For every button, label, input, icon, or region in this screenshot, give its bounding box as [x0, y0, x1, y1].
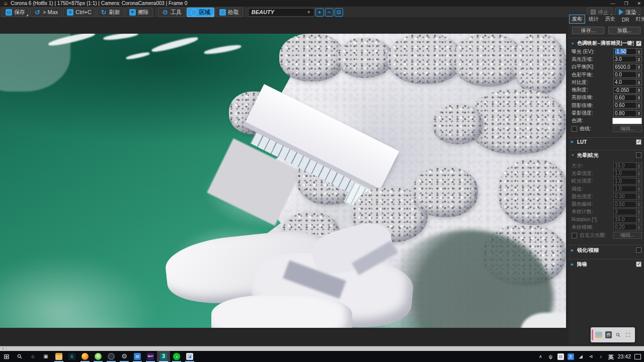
region-button[interactable]: 区域 [187, 8, 214, 17]
lut-checkbox[interactable] [636, 139, 641, 145]
param-value-field[interactable]: -1.50 [613, 48, 636, 55]
curves-edit-button[interactable]: 编辑... [613, 125, 642, 132]
taskbar-item[interactable]: ▤ [131, 351, 144, 362]
save-config-button[interactable]: 保存... [572, 27, 604, 34]
horizontal-scrollbar[interactable]: ‹ [0, 346, 644, 351]
erase-button[interactable]: ✕ 擦除 [125, 8, 153, 17]
render-canvas[interactable] [0, 34, 566, 328]
curves-checkbox[interactable] [572, 126, 577, 132]
toolbar-separator [155, 8, 156, 17]
ime-indicator[interactable]: 英 [608, 353, 614, 360]
param-spinner[interactable]: ▲▼ [636, 48, 642, 55]
bloom-section-header[interactable]: ▼ 光晕|眩光 [569, 150, 644, 160]
param-value-field[interactable]: 3.0 [613, 56, 636, 62]
param-row: 阴影倍增: 0.60 ▲▼ [569, 102, 644, 109]
taskbar-item[interactable]: ⚲ [13, 351, 26, 362]
tint-color-swatch[interactable] [612, 118, 642, 124]
param-spinner[interactable]: ▲▼ [636, 71, 642, 78]
param-spinner[interactable]: ▲▼ [636, 102, 642, 109]
param-spinner[interactable]: ▲▼ [636, 110, 642, 117]
taskbar-item[interactable] [52, 351, 65, 362]
copy-button[interactable]: ≡ Ctrl+C [63, 8, 95, 17]
taskbar-item[interactable] [105, 351, 118, 362]
param-value-field[interactable]: 0.60 [613, 95, 636, 101]
action-center-icon[interactable] [634, 354, 641, 359]
panel-tab[interactable]: 统计 [586, 15, 602, 24]
zoom-out-button[interactable]: − [325, 8, 334, 17]
panel-tabs: 发布 统计 历史 DR 灯光混合 [569, 15, 644, 24]
custom-aperture-checkbox [572, 233, 577, 238]
close-button[interactable]: ✕ [637, 1, 641, 6]
taskbar-item[interactable]: NEXT [144, 351, 157, 362]
save-button[interactable]: ▭ 保存 [2, 8, 29, 17]
param-value-field[interactable]: 0.0 [613, 71, 636, 78]
taskbar-item[interactable]: 6 [65, 351, 78, 362]
panel-tab[interactable]: 发布 [569, 15, 585, 24]
pick-button[interactable]: ☝ 拾取 [215, 8, 243, 17]
param-label: 条纹计数: [572, 208, 613, 215]
taskbar-item[interactable]: 3 [157, 351, 170, 362]
floppy-icon: ▭ [6, 9, 12, 16]
hook-tray-icon[interactable]: ♪ [598, 353, 604, 360]
panel-tab[interactable]: 历史 [602, 15, 618, 24]
tonemap-section-header[interactable]: ▼ 色调映射--滴答精灵|一键安装 [569, 38, 644, 48]
taskbar-item[interactable]: ◪ [183, 351, 196, 362]
panel-tab[interactable]: 灯光混合 [632, 15, 644, 24]
zoom-fit-button[interactable]: ⊡ [335, 8, 343, 17]
param-label: 色彩平衡: [572, 71, 613, 78]
preview-thumbnail-icon[interactable] [595, 332, 602, 338]
magnifier-icon[interactable]: ⚲ [613, 330, 623, 339]
taskbar-item[interactable] [78, 351, 92, 362]
load-config-button[interactable]: 加载... [608, 27, 640, 34]
triangle-down-icon: ▼ [571, 153, 575, 157]
scroll-left-arrow[interactable]: ‹ [0, 346, 7, 351]
denoise-section-header[interactable]: ▶ 降噪 [569, 259, 644, 269]
refresh-button[interactable]: ↻ 刷新 [97, 8, 124, 17]
param-value-field[interactable]: 6500.0 [613, 64, 636, 70]
param-spinner[interactable]: ▲▼ [636, 64, 642, 70]
param-spinner[interactable]: ▲▼ [636, 87, 642, 94]
zoom-in-button[interactable]: + [315, 8, 324, 17]
tonemap-checkbox[interactable] [636, 41, 641, 46]
network-signal-icon[interactable]: ◢ [578, 353, 584, 360]
to-max-button[interactable]: ↺ > Max [30, 8, 62, 17]
param-value-field[interactable]: -0.050 [613, 87, 636, 94]
volume-icon[interactable]: ⊲ [588, 353, 594, 360]
param-label: 阈值: [572, 186, 613, 193]
param-value-field[interactable]: 4.0 [613, 79, 636, 85]
sharpen-section-header[interactable]: ▶ 锐化/模糊 [569, 245, 644, 255]
param-spinner[interactable]: ▲▼ [636, 95, 642, 101]
taskbar-item[interactable]: ▣ [39, 351, 52, 362]
bloom-checkbox[interactable] [636, 152, 641, 158]
aperture-edit-button: 编辑... [613, 232, 642, 239]
tools-button[interactable]: ⚙ 工具 [158, 8, 186, 17]
tonemap-params: 曝光 (EV): -1.50 ▲▼ 高光压缩: 3.0 ▲▼ 白平衡[K]: [569, 48, 644, 117]
param-value-field[interactable]: 0.80 [613, 110, 636, 117]
erase-icon: ✕ [129, 9, 136, 16]
channel-dropdown[interactable]: BEAUTY ▼ [248, 8, 314, 17]
microphone-icon[interactable]: ψ [547, 353, 554, 360]
minimize-button[interactable]: — [610, 1, 615, 6]
param-value-field[interactable]: 0.60 [613, 102, 636, 109]
taskbar-item[interactable]: ⊞ [0, 351, 13, 362]
param-value-field: 1.0 [613, 170, 636, 176]
taskbar-item[interactable] [92, 351, 105, 362]
param-spinner[interactable]: ▲▼ [636, 56, 642, 62]
param-spinner[interactable]: ▲▼ [636, 79, 642, 85]
screenshot-tray-icon[interactable]: ⊡ [557, 353, 564, 360]
param-label: 晕影强度: [572, 110, 613, 117]
panel-tab[interactable]: DR [619, 16, 632, 24]
taskbar-item[interactable]: ○ [26, 351, 39, 362]
cortana-icon: ○ [29, 353, 36, 360]
crop-icon[interactable]: ⛶ [625, 331, 631, 338]
zuo-app-icon[interactable]: 作 [605, 331, 612, 338]
tray-chevron-icon[interactable]: ∧ [537, 353, 544, 360]
restore-button[interactable]: ❐ [624, 1, 628, 6]
denoise-checkbox[interactable] [636, 261, 641, 267]
translate-tray-icon[interactable]: 文 [568, 353, 574, 360]
sharpen-checkbox[interactable] [636, 247, 641, 253]
lut-section-header[interactable]: ▶ LUT [569, 137, 644, 146]
taskbar-item[interactable]: ⚙ [118, 351, 131, 362]
taskbar-clock[interactable]: 23:42 [618, 353, 631, 359]
taskbar-item[interactable]: ● [170, 351, 183, 362]
